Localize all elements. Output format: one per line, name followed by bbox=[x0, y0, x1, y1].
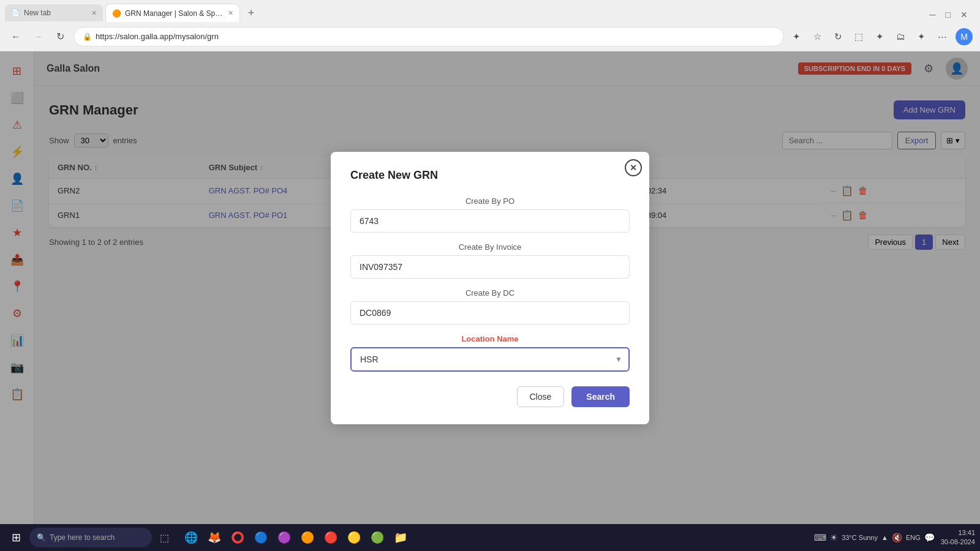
taskbar: ⊞ 🔍 Type here to search ⬚ 🌐 🦊 ⭕ 🔵 🟣 🟠 🔴 … bbox=[0, 524, 980, 551]
extensions-icon[interactable]: ✦ bbox=[789, 29, 804, 44]
start-button[interactable]: ⊞ bbox=[5, 527, 27, 549]
address-bar[interactable]: 🔒 https://salon.galla.app/mysalon/grn bbox=[74, 27, 784, 47]
modal-title: Create New GRN bbox=[350, 169, 630, 182]
tab1-close[interactable]: ✕ bbox=[91, 9, 97, 17]
dc-field-group: Create By DC bbox=[350, 288, 630, 324]
browser-tab-1[interactable]: 📄 New tab ✕ bbox=[5, 4, 103, 21]
dc-label: Create By DC bbox=[350, 288, 630, 298]
taskbar-apps: 🌐 🦊 ⭕ 🔵 🟣 🟠 🔴 🟡 🟢 📁 bbox=[181, 528, 410, 547]
app7[interactable]: 🔴 bbox=[321, 528, 341, 547]
volume-mute-icon[interactable]: 🔇 bbox=[892, 533, 902, 542]
taskbar-system-icons: ⌨ ☀ 33°C Sunny ▲ 🔇 ENG 💬 bbox=[814, 533, 935, 542]
sidebar-browser-icon[interactable]: ⬚ bbox=[851, 29, 866, 44]
search-icon: 🔍 bbox=[37, 533, 46, 542]
task-view-button[interactable]: ⬚ bbox=[154, 528, 174, 547]
tab2-label: GRN Manager | Salon & Spa Man... bbox=[125, 9, 223, 18]
copilot-icon[interactable]: ✦ bbox=[914, 29, 929, 44]
favorites-icon[interactable]: ✦ bbox=[872, 29, 887, 44]
taskbar-search[interactable]: 🔍 Type here to search bbox=[29, 528, 152, 547]
refresh-button[interactable]: ↻ bbox=[51, 28, 69, 45]
new-tab-button[interactable]: + bbox=[243, 4, 260, 21]
maximize-button[interactable]: □ bbox=[946, 10, 951, 20]
tab2-close[interactable]: ✕ bbox=[228, 9, 233, 17]
app8[interactable]: 🟡 bbox=[344, 528, 364, 547]
tab1-label: New tab bbox=[24, 9, 51, 17]
modal-close-button[interactable]: ✕ bbox=[625, 159, 642, 176]
weather-text: 33°C Sunny bbox=[842, 534, 878, 541]
url-text: https://salon.galla.app/mysalon/grn bbox=[96, 32, 219, 41]
weather-icon: ☀ bbox=[830, 533, 838, 542]
app3[interactable]: ⭕ bbox=[228, 528, 247, 547]
create-grn-modal: ✕ Create New GRN Create By PO Create By … bbox=[331, 152, 649, 424]
lock-icon: 🔒 bbox=[83, 32, 92, 41]
close-window-button[interactable]: ✕ bbox=[960, 10, 968, 20]
po-input[interactable] bbox=[350, 209, 630, 233]
tab1-favicon: 📄 bbox=[11, 9, 20, 17]
location-select[interactable]: HSR BTM Koramangala bbox=[350, 347, 630, 372]
po-field-group: Create By PO bbox=[350, 197, 630, 233]
back-button[interactable]: ← bbox=[7, 28, 24, 45]
taskbar-right: ⌨ ☀ 33°C Sunny ▲ 🔇 ENG 💬 13:41 30-08-202… bbox=[814, 528, 975, 547]
po-label: Create By PO bbox=[350, 197, 630, 206]
profile-button[interactable]: M bbox=[956, 28, 973, 45]
forward-button[interactable]: → bbox=[29, 28, 47, 45]
dc-input[interactable] bbox=[350, 301, 630, 324]
taskbar-search-text: Type here to search bbox=[50, 533, 115, 542]
more-icon[interactable]: ⋯ bbox=[935, 29, 949, 44]
modal-search-button[interactable]: Search bbox=[571, 386, 630, 407]
modal-overlay: ✕ Create New GRN Create By PO Create By … bbox=[0, 51, 980, 524]
date-display: 30-08-2024 bbox=[941, 538, 975, 547]
time-display: 13:41 bbox=[941, 528, 975, 538]
minimize-button[interactable]: ─ bbox=[930, 10, 936, 20]
modal-close-action-button[interactable]: Close bbox=[517, 386, 565, 407]
invoice-label: Create By Invoice bbox=[350, 242, 630, 252]
refresh2-icon[interactable]: ↻ bbox=[831, 29, 845, 44]
location-label: Location Name bbox=[350, 334, 630, 343]
app10[interactable]: 📁 bbox=[391, 528, 410, 547]
location-field-group: Location Name HSR BTM Koramangala ▼ bbox=[350, 334, 630, 372]
chevron-up-icon[interactable]: ▲ bbox=[881, 534, 888, 541]
edge-app[interactable]: 🌐 bbox=[181, 528, 201, 547]
app4[interactable]: 🔵 bbox=[251, 528, 271, 547]
tab2-favicon: 🟠 bbox=[112, 9, 121, 18]
collections-icon[interactable]: 🗂 bbox=[893, 29, 908, 44]
language-indicator: ENG bbox=[906, 534, 921, 541]
location-select-wrapper: HSR BTM Koramangala ▼ bbox=[350, 347, 630, 372]
invoice-input[interactable] bbox=[350, 255, 630, 279]
app6[interactable]: 🟠 bbox=[298, 528, 317, 547]
browser-tab-2[interactable]: 🟠 GRN Manager | Salon & Spa Man... ✕ bbox=[105, 4, 240, 22]
app9[interactable]: 🟢 bbox=[368, 528, 387, 547]
notification-icon[interactable]: 💬 bbox=[924, 533, 935, 542]
modal-actions: Close Search bbox=[350, 386, 630, 407]
invoice-field-group: Create By Invoice bbox=[350, 242, 630, 279]
bookmark-icon[interactable]: ☆ bbox=[810, 29, 824, 44]
app5[interactable]: 🟣 bbox=[274, 528, 294, 547]
keyboard-icon[interactable]: ⌨ bbox=[814, 533, 826, 542]
app2[interactable]: 🦊 bbox=[205, 528, 224, 547]
clock[interactable]: 13:41 30-08-2024 bbox=[941, 528, 975, 547]
